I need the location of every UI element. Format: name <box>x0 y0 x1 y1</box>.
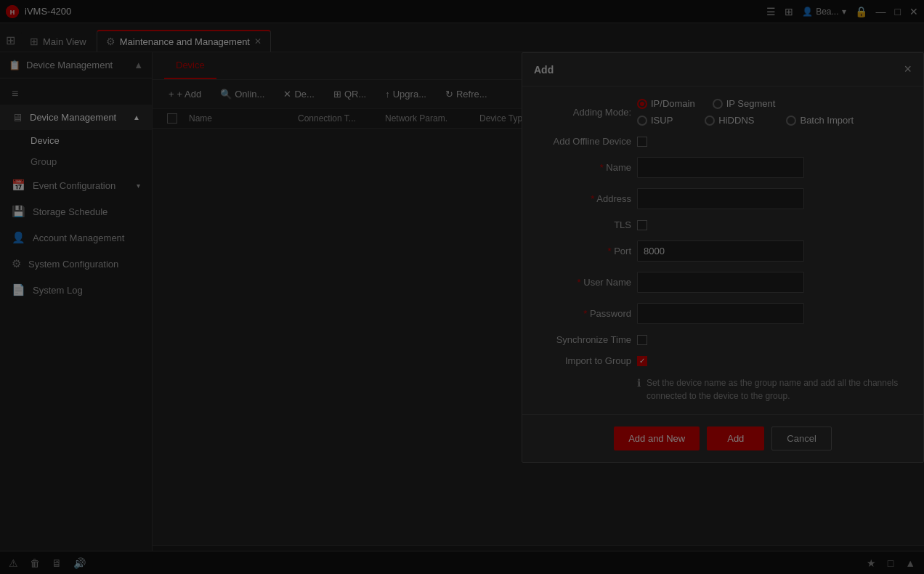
modal-overlay <box>0 0 924 574</box>
